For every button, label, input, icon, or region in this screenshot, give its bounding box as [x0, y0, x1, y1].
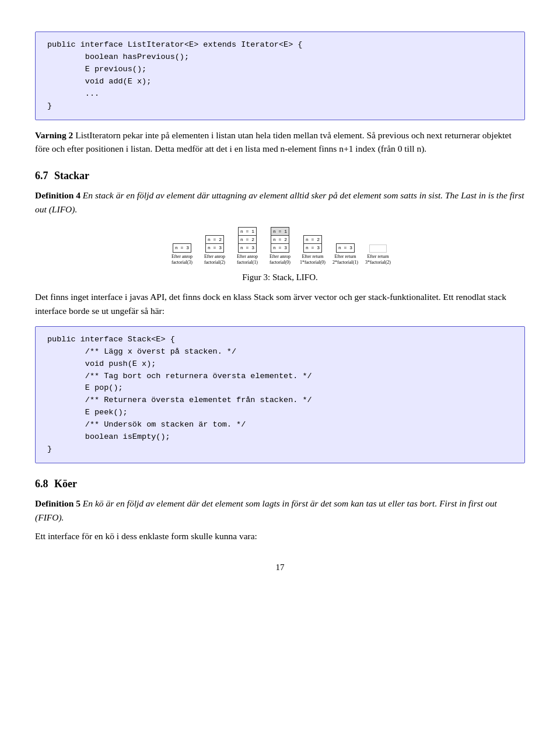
stack-box: n = 1: [239, 228, 256, 236]
warning-paragraph: Varning 2 ListIteratorn pekar inte på el…: [35, 128, 525, 156]
stack-col-1: n = 3 Efter anrop factorial(3): [167, 243, 197, 265]
stack-col-3: n = 1 n = 2 n = 3 Efter anrop factorial(…: [233, 227, 262, 265]
stack-col-5: n = 2 n = 3 Efter return 1*factorial(0): [298, 235, 327, 265]
stack-label-5: Efter return 1*factorial(0): [298, 254, 327, 265]
section-67-heading: 6.7 Stackar: [35, 168, 525, 184]
definition-5-text: En kö är en följd av element där det ele…: [35, 498, 497, 522]
stack-intro-text: Det finns inget interface i javas API, d…: [35, 290, 525, 318]
definition-4: Definition 4 En stack är en följd av ele…: [35, 188, 525, 216]
stack-col-4: n = 1 n = 2 n = 3 Efter anrop factorial(…: [265, 227, 295, 265]
figure-3-caption: Figur 3: Stack, LIFO.: [242, 271, 318, 284]
stack-box: n = 3: [337, 244, 354, 252]
stack-box: n = 3: [239, 244, 256, 252]
code-block-stack: public interface Stack<E> { /** Lägg x ö…: [35, 326, 525, 463]
stack-col-2: n = 2 n = 3 Efter anrop factorial(2): [200, 235, 229, 265]
figure-3-area: n = 3 Efter anrop factorial(3) n = 2 n =…: [35, 227, 525, 284]
stack-label-6: Efter return 2*factorial(1): [331, 254, 360, 265]
stack-box: n = 1: [271, 228, 289, 236]
code-block-listiterator: public interface ListIterator<E> extends…: [35, 32, 525, 120]
stack-label-7: Efter return 3*factorial(2): [363, 254, 393, 265]
stack-box: n = 3: [206, 244, 223, 252]
definition-4-label: Definition 4: [35, 190, 80, 200]
stack-diagram: n = 3 Efter anrop factorial(3) n = 2 n =…: [167, 227, 393, 265]
warning-label: Varning 2: [35, 130, 73, 140]
queue-intro-text: Ett interface för en kö i dess enklaste …: [35, 529, 525, 543]
stack-col-7: Efter return 3*factorial(2): [363, 244, 393, 265]
section-68-heading: 6.8 Köer: [35, 476, 525, 492]
section-68-title: Köer: [54, 478, 77, 490]
section-67-number: 6.7: [35, 170, 48, 181]
stack-box: n = 3: [173, 244, 191, 252]
warning-text: ListIteratorn pekar inte på elementen i …: [35, 130, 512, 153]
stack-box: n = 2: [271, 236, 289, 244]
definition-5: Definition 5 En kö är en följd av elemen…: [35, 497, 525, 525]
definition-4-text: En stack är en följd av element där utta…: [35, 190, 524, 214]
stack-box: n = 2: [206, 236, 223, 244]
section-68-number: 6.8: [35, 478, 48, 490]
stack-box: n = 2: [239, 236, 256, 244]
stack-label-3: Efter anrop factorial(1): [233, 254, 262, 265]
definition-5-label: Definition 5: [35, 498, 80, 508]
page-number: 17: [35, 561, 525, 574]
stack-box: n = 3: [304, 244, 321, 252]
stack-label-1: Efter anrop factorial(3): [167, 254, 197, 265]
stack-col-6: n = 3 Efter return 2*factorial(1): [331, 243, 360, 265]
stack-label-4: Efter anrop factorial(0): [265, 254, 295, 265]
stack-label-2: Efter anrop factorial(2): [200, 254, 229, 265]
section-67-title: Stackar: [54, 170, 89, 181]
stack-box: n = 2: [304, 236, 321, 244]
stack-box: n = 3: [271, 244, 289, 252]
